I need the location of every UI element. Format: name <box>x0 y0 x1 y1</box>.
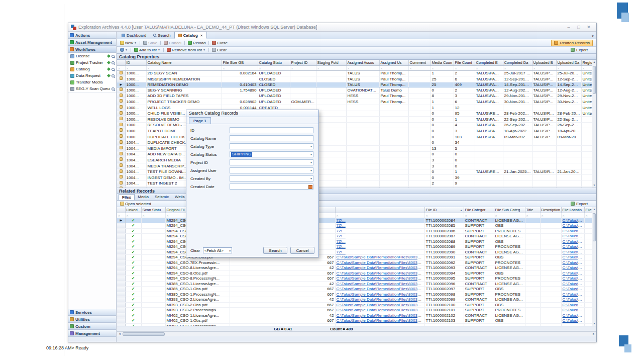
filter-cell[interactable] <box>494 213 525 218</box>
open-selected-button[interactable]: Open selected <box>119 202 153 206</box>
filter-cell[interactable] <box>258 65 290 70</box>
column-header-description[interactable]: Description <box>540 207 561 213</box>
scroll-thumb[interactable] <box>593 66 596 94</box>
file-path-link[interactable]: C:\Talus\Sa... <box>563 276 585 281</box>
file-path-link[interactable]: C:\Talus\Sample Data\RemediationFiles\80… <box>337 297 425 302</box>
clear-button[interactable]: Clear <box>190 248 200 253</box>
table-row[interactable]: ✓MI402_CSO-1.Obs.pdf667C:\Talus\Sample D… <box>117 318 596 324</box>
scroll-thumb[interactable] <box>123 332 165 336</box>
related-tab-seismic[interactable]: Seismic <box>152 194 172 200</box>
created-by-input[interactable]: ▼ <box>230 175 313 182</box>
related-tab-files[interactable]: Files <box>119 194 135 200</box>
view-options-button[interactable]: ▼ <box>119 48 129 52</box>
scroll-right-icon[interactable]: ► <box>591 332 596 336</box>
filter-cell[interactable] <box>556 65 581 70</box>
column-header-file-sub-categ[interactable]: File Sub Categ <box>494 207 525 213</box>
column-header-project-id[interactable]: Project ID <box>290 60 316 65</box>
sidebar-section-asset-management[interactable]: Asset Management <box>68 39 116 46</box>
scroll-thumb[interactable] <box>593 213 596 241</box>
column-header-comment[interactable]: Comment <box>408 60 431 65</box>
column-header-file-size-gb[interactable]: File Size GB <box>222 60 258 65</box>
sidebar-item-project-tracker[interactable]: Project Tracker <box>68 59 116 66</box>
chevron-down-icon[interactable]: ▼ <box>310 153 312 156</box>
table-row[interactable]: ✓MI294_CSO-7EX.Processin...667C:\Talus\S… <box>117 260 596 265</box>
chevron-down-icon[interactable]: ▼ <box>310 145 312 148</box>
scroll-up-icon[interactable]: ▲ <box>592 60 596 64</box>
file-path-link[interactable]: 7Z\... <box>337 218 346 223</box>
pin-icon[interactable] <box>107 54 111 58</box>
table-row[interactable]: ✓MI385_CSO-1.ProcessingN...667C:\Talus\S… <box>117 292 596 297</box>
column-header-completed-da[interactable]: Completed Da <box>503 60 532 65</box>
project-id-input[interactable]: ▼ <box>230 159 313 165</box>
table-row[interactable]: 1000...ADD 3D FIELD TAPESUPLOADEDHESSPau… <box>117 93 596 99</box>
pin-icon[interactable] <box>107 74 111 77</box>
filter-cell[interactable] <box>290 65 316 70</box>
file-path-link[interactable]: C:\Talus\Sa... <box>563 308 585 312</box>
filter-cell[interactable] <box>335 213 424 218</box>
filter-cell[interactable] <box>117 213 125 218</box>
catalog-name-input[interactable] <box>230 135 313 141</box>
file-path-link[interactable]: C:\Talus\Sample Data\RemediationFiles\80… <box>337 271 425 276</box>
tab-dashboard[interactable]: Dashboard <box>118 32 150 39</box>
sidebar-section-services[interactable]: Services <box>68 309 116 316</box>
fetch-mode-select[interactable]: <Fetch All> ▼ <box>203 247 232 253</box>
file-path-link[interactable]: C:\Talus\Sa... <box>563 292 585 297</box>
file-path-link[interactable]: C:\Talus\Sa... <box>563 234 585 238</box>
created-date-input[interactable] <box>230 184 313 190</box>
column-header-assigned-assoc[interactable]: Assigned Assoc <box>346 60 379 65</box>
file-path-link[interactable]: 7Z\... <box>337 250 346 254</box>
cancel-button[interactable]: Cancel <box>162 41 183 45</box>
file-path-link[interactable]: C:\Talus\Sa... <box>563 223 585 228</box>
catalog-type-input[interactable]: ▼ <box>230 143 313 149</box>
file-path-link[interactable]: C:\Talus\Sample Data\RemediationFiles\80… <box>337 276 425 281</box>
filter-cell[interactable] <box>431 65 454 70</box>
table-row[interactable]: ✓MI393_CSO-2.LicenseAgre...42C:\Talus\Sa… <box>117 297 596 303</box>
file-path-link[interactable]: 7Z\... <box>337 244 346 249</box>
filter-cell[interactable] <box>408 65 431 70</box>
add-to-list-button[interactable]: Add to list▼ <box>133 48 162 52</box>
sidebar-section-actions[interactable]: Actions <box>68 32 116 39</box>
column-header-catalog-name[interactable]: Catalog Name <box>146 60 222 65</box>
search-icon[interactable] <box>112 87 115 90</box>
column-header-media-coun[interactable]: Media Coun <box>431 60 454 65</box>
scroll-left-icon[interactable]: ◄ <box>117 332 122 336</box>
file-path-link[interactable]: C:\Talus\Sa... <box>563 229 585 233</box>
file-path-link[interactable]: C:\Talus\Sa... <box>563 282 585 286</box>
file-path-link[interactable]: C:\Talus\Sample Data\RemediationFiles\80… <box>337 318 425 323</box>
file-path-link[interactable]: C:\Talus\Sa... <box>563 218 585 223</box>
column-header-catalog-statu[interactable]: Catalog Statu <box>258 60 290 65</box>
id-input[interactable] <box>230 127 313 133</box>
file-path-link[interactable]: 7Z\... <box>337 223 346 228</box>
sidebar-section-workflows[interactable]: Workflows <box>68 46 116 53</box>
file-path-link[interactable]: 7Z\... <box>337 234 346 238</box>
title-bar[interactable]: Exploration Archives 4.4.8 [User TALUS\M… <box>68 23 596 32</box>
column-header-title[interactable]: Title <box>525 207 540 213</box>
table-row[interactable]: ✓MI393_CSO-2.ProcessingN...667C:\Talus\S… <box>117 308 596 313</box>
catalog-vertical-scrollbar[interactable]: ▲ ▼ <box>592 60 596 188</box>
table-row[interactable]: ✓MI294_CSO-8.LicenseAgre...42C:\Talus\Sa… <box>117 265 596 271</box>
search-button[interactable]: Search <box>263 247 287 254</box>
filter-cell[interactable] <box>379 65 408 70</box>
column-header-staging-fold[interactable]: Staging Fold <box>316 60 346 65</box>
table-row[interactable]: ✓MI393_CSO-2.Obs.pdf667C:\Talus\Sample D… <box>117 302 596 308</box>
scroll-down-icon[interactable]: ▼ <box>592 321 596 326</box>
column-header-hidden[interactable] <box>335 207 424 213</box>
filter-cell[interactable] <box>125 213 141 218</box>
file-path-link[interactable]: C:\Talus\Sa... <box>563 250 585 254</box>
files-vertical-scrollbar[interactable]: ▲ ▼ <box>592 207 596 326</box>
chevron-down-icon[interactable]: ▼ <box>310 161 312 164</box>
filter-cell[interactable] <box>532 65 556 70</box>
scroll-up-icon[interactable]: ▲ <box>592 207 596 212</box>
file-path-link[interactable]: 7Z\... <box>337 239 346 244</box>
calendar-icon[interactable] <box>308 185 312 189</box>
file-path-link[interactable]: C:\Talus\Sa... <box>563 313 585 318</box>
file-path-link[interactable]: C:\Talus\Sample Data\RemediationFiles\80… <box>337 292 425 297</box>
filter-cell[interactable] <box>454 65 475 70</box>
sidebar-section-management[interactable]: Management <box>68 330 116 337</box>
minimize-icon[interactable]: – <box>564 24 574 31</box>
sidebar-item-catalog[interactable]: Catalog <box>68 66 116 72</box>
table-row[interactable]: ✓MI294_CSO-8.Obs.pdf667C:\Talus\Sample D… <box>117 270 596 276</box>
filter-cell[interactable] <box>117 65 125 70</box>
file-path-link[interactable]: C:\Talus\Sa... <box>563 265 585 270</box>
table-row[interactable]: ✓MI385_CSO-1.Obs.pdf667C:\Talus\Sample D… <box>117 287 596 292</box>
